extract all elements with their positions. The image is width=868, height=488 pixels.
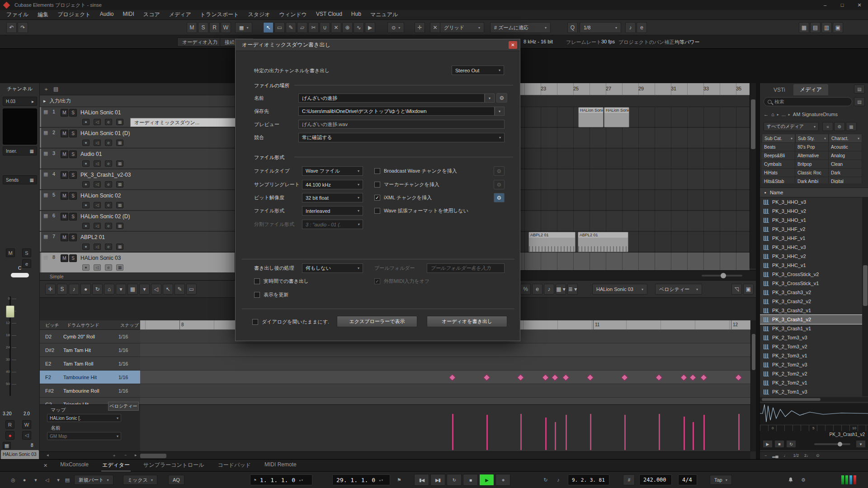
- edit-channel-button[interactable]: e: [105, 140, 112, 146]
- event-clip[interactable]: ABPL2 01: [528, 232, 576, 252]
- attribute-column-header[interactable]: Sub Sty.▾: [795, 134, 829, 143]
- drum-sound-row[interactable]: D#2Tam Tam Hit1/16: [40, 343, 140, 357]
- export-audio-button[interactable]: オーディオを書き出し: [427, 316, 507, 327]
- volume-fader[interactable]: [6, 305, 14, 318]
- path-history-dropdown[interactable]: ▾: [495, 107, 505, 116]
- media-file-row[interactable]: PK_2_Tom1_v3: [760, 387, 862, 396]
- record-button[interactable]: ●: [495, 474, 510, 486]
- attribute-value[interactable]: Cymbals: [762, 160, 795, 169]
- velocity-bar[interactable]: [486, 415, 488, 450]
- chevron-down-icon[interactable]: ▾: [139, 284, 150, 295]
- zoom-out-icon[interactable]: −: [124, 453, 127, 457]
- zoom-in-icon[interactable]: ＋: [112, 453, 116, 459]
- secondary-position-display[interactable]: 29. 1. 1. 0 ▴▾: [332, 474, 390, 485]
- maximize-button[interactable]: □: [834, 0, 851, 10]
- format-field-select-3[interactable]: Interleaved▾: [302, 206, 363, 216]
- drum-grid-row[interactable]: [140, 343, 750, 357]
- menu-item-3[interactable]: Audio: [95, 10, 118, 19]
- panel-tab-0[interactable]: VSTi: [767, 84, 792, 95]
- realtime-export-checkbox[interactable]: 実時間での書き出し: [254, 278, 309, 285]
- comment-dropdown[interactable]: ⊙▾: [387, 22, 404, 33]
- snap-type-icon[interactable]: ✕: [430, 22, 440, 33]
- cycle-button[interactable]: ↻: [447, 474, 462, 486]
- instrument-button[interactable]: ▦: [116, 202, 123, 208]
- lower-zone-tab-0[interactable]: MixConsole: [59, 460, 90, 472]
- editor-track-dropdown[interactable]: HALion Sonic 03▾: [592, 284, 647, 295]
- media-file-row[interactable]: PK_3_CrossStick_v1: [760, 279, 862, 288]
- media-file-row[interactable]: PK_2_Tom3_v3: [760, 333, 862, 342]
- list-view-icon[interactable]: ▤: [854, 97, 865, 106]
- track-solo-button[interactable]: S: [69, 213, 77, 221]
- primary-position-display[interactable]: ⚑ 1. 1. 1. 0 ▴▾: [250, 474, 312, 485]
- show-in-explorer-button[interactable]: エクスプローラーで表示: [337, 316, 417, 327]
- preview-volume-slider[interactable]: [814, 443, 850, 445]
- arrange-vertical-scrollbar[interactable]: [750, 83, 756, 268]
- channel-preset-button[interactable]: H.03▸: [3, 97, 37, 106]
- format-field-select-1[interactable]: 44.100 kHz▾: [302, 180, 363, 189]
- close-lower-zone-icon[interactable]: ✕: [43, 463, 47, 469]
- preview-loop-button[interactable]: ↻: [786, 440, 796, 448]
- monitor-icon[interactable]: ◁: [151, 284, 161, 295]
- expand-icon[interactable]: ◹: [731, 284, 742, 295]
- track-mute-button[interactable]: M: [61, 171, 68, 179]
- mix-dropdown[interactable]: ミックス▾: [123, 475, 157, 485]
- attribute-value[interactable]: Clean: [829, 160, 862, 169]
- menu-item-7[interactable]: トランスポート: [196, 10, 244, 19]
- preview-options-icon[interactable]: ▾: [856, 440, 866, 448]
- instrument-button[interactable]: ▦: [116, 264, 123, 271]
- attribute-value[interactable]: Beats: [762, 143, 795, 151]
- attribute-value[interactable]: Hits&Stab: [762, 177, 795, 183]
- goto-start-button[interactable]: ▮◀: [414, 474, 429, 486]
- media-file-row[interactable]: PK_2_Tom3_v2: [760, 342, 862, 351]
- snap-icon[interactable]: ✛: [415, 22, 425, 33]
- file-path-input[interactable]: C:\Users\malib\OneDrive\デスクトップ\ゆうと\Mixdo…: [298, 107, 495, 116]
- velocity-bar[interactable]: [624, 415, 626, 450]
- close-button[interactable]: ✕: [851, 0, 868, 10]
- attribute-value[interactable]: Dark Ambi: [795, 177, 829, 183]
- channel-mute-button[interactable]: M: [6, 249, 15, 257]
- record-enable-button[interactable]: ●: [82, 181, 90, 188]
- channel-edit-button[interactable]: e: [22, 259, 31, 268]
- track-row-7[interactable]: ▦ 7 M S ABPL2 01 ● ◁ e ▦: [40, 232, 235, 252]
- monitor-button[interactable]: ◁: [94, 223, 101, 229]
- record-enable-button[interactable]: ●: [82, 202, 90, 208]
- glue-tool[interactable]: ∪: [320, 22, 330, 33]
- stop-button[interactable]: ■: [463, 474, 478, 486]
- media-file-row[interactable]: PK_3_Crash1_v2: [760, 315, 862, 324]
- instrument-button[interactable]: ▦: [116, 223, 123, 229]
- track-mute-button[interactable]: M: [61, 213, 68, 221]
- sends-button[interactable]: Sends▦: [3, 175, 37, 184]
- media-filter-icon-1[interactable]: ⚙: [834, 122, 845, 131]
- velocity-bar[interactable]: [659, 414, 660, 450]
- track-row-6[interactable]: ▦ 6 M S HALion Sonic 02 (D) ● ◁ e ▦: [40, 211, 235, 231]
- monitor-button[interactable]: ◁: [94, 140, 101, 146]
- chunk-gear-icon-1[interactable]: ⚙: [494, 180, 505, 189]
- chevron-down-icon[interactable]: ▾: [53, 475, 63, 485]
- velocity-bar[interactable]: [703, 415, 705, 450]
- attribute-column-header[interactable]: Sub Cat.▾: [762, 134, 795, 143]
- draw-tool[interactable]: ✎: [286, 22, 296, 33]
- name-options-gear-icon[interactable]: ⚙: [496, 93, 507, 103]
- chevron-down-icon[interactable]: ▾: [31, 475, 41, 485]
- velocity-bar[interactable]: [590, 414, 591, 450]
- inserts-button[interactable]: Inser.▦: [3, 146, 37, 155]
- post-process-select[interactable]: 何もしない▾: [302, 263, 363, 273]
- lower-zone-tab-2[interactable]: サンプラーコントロール: [142, 460, 205, 472]
- lower-zone-tab-4[interactable]: MIDI Remote: [264, 460, 297, 472]
- attribute-value[interactable]: Beeps&Bli: [762, 151, 795, 160]
- edit-channel-icon[interactable]: e: [532, 284, 542, 295]
- instrument-button[interactable]: ▦: [116, 119, 123, 125]
- monitor-button[interactable]: ◁: [94, 181, 101, 188]
- play-tool[interactable]: ▶: [365, 22, 375, 33]
- audio-input-button[interactable]: オーディオ入力: [177, 38, 222, 47]
- line-tool[interactable]: ∿: [354, 22, 364, 33]
- media-file-row[interactable]: PK_3_HHO_v1: [760, 216, 862, 225]
- menu-item-11[interactable]: Hub: [347, 10, 366, 19]
- edit-channel-button[interactable]: e: [105, 223, 112, 229]
- event-clip[interactable]: ABPL2 01: [578, 232, 628, 252]
- track-solo-button[interactable]: S: [69, 130, 77, 137]
- breadcrumb-current[interactable]: AM SignatureDrums: [793, 112, 838, 117]
- window-layout-icon-0[interactable]: ▦: [799, 22, 809, 33]
- format-field-select-0[interactable]: Wave ファイル▾: [302, 166, 363, 176]
- record-enable-button[interactable]: ●: [82, 119, 90, 125]
